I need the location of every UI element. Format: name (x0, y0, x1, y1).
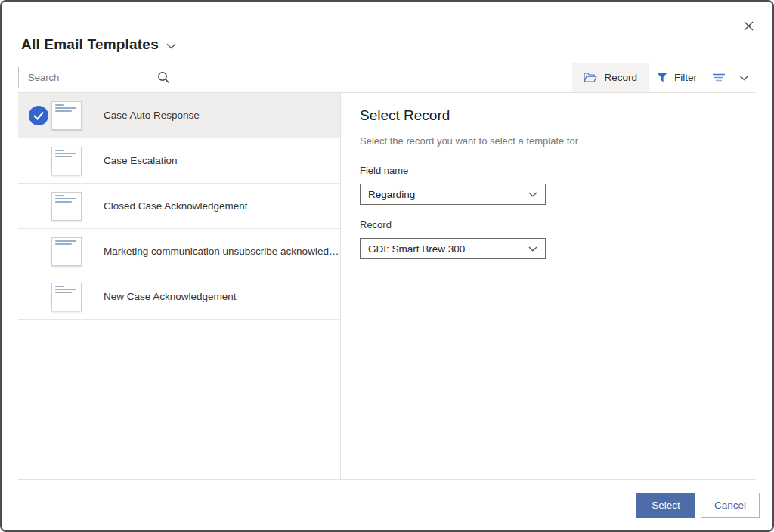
filter-icon (657, 73, 667, 82)
page-title: All Email Templates (21, 36, 159, 53)
email-template-icon (51, 147, 82, 175)
panel-divider (340, 93, 341, 479)
check-placeholder (29, 287, 48, 307)
field-name-value: Regarding (368, 189, 415, 200)
footer-divider (18, 479, 756, 480)
email-template-icon (51, 237, 82, 266)
filter-label: Filter (674, 72, 697, 83)
filter-button[interactable]: Filter (649, 63, 705, 92)
check-placeholder (29, 196, 48, 216)
select-record-panel: Select Record Select the record you want… (360, 107, 587, 259)
close-icon (744, 21, 754, 31)
field-name-label: Field name (360, 165, 587, 177)
list-item-new-case-acknowledgement[interactable]: New Case Acknowledgement (18, 274, 340, 320)
email-template-icon (51, 101, 82, 130)
list-item-label: Case Auto Response (104, 110, 200, 121)
list-item-label: New Case Acknowledgement (104, 291, 237, 302)
more-views-button[interactable] (732, 63, 756, 92)
record-label: Record (360, 219, 587, 231)
list-item-marketing-unsubscribe[interactable]: Marketing communication unsubscribe ackn… (18, 229, 340, 274)
view-selector[interactable]: All Email Templates (21, 35, 176, 54)
search-box (18, 66, 175, 88)
list-item-closed-case-acknowledgement[interactable]: Closed Case Acknowledgement (18, 184, 340, 229)
record-value: GDI: Smart Brew 300 (368, 243, 465, 255)
chevron-down-icon (528, 246, 537, 252)
list-item-label: Marketing communication unsubscribe ackn… (104, 246, 340, 257)
list-item-label: Closed Case Acknowledgement (104, 200, 248, 212)
chevron-down-icon (739, 75, 749, 81)
list-item-case-escalation[interactable]: Case Escalation (18, 138, 340, 184)
check-placeholder (29, 151, 48, 171)
email-template-icon (51, 283, 82, 311)
dialog-toolbar: Record Filter (572, 63, 756, 92)
select-template-dialog: All Email Templates Record Filter (0, 0, 774, 532)
view-options-button[interactable] (705, 63, 732, 92)
record-dropdown[interactable]: GDI: Smart Brew 300 (360, 238, 546, 259)
cancel-button[interactable]: Cancel (701, 493, 760, 518)
panel-subtitle: Select the record you want to select a t… (360, 135, 587, 147)
panel-heading: Select Record (360, 107, 587, 124)
record-tab-button[interactable]: Record (572, 63, 649, 92)
search-icon[interactable] (152, 71, 175, 84)
record-tab-label: Record (604, 72, 637, 83)
folder-open-icon (584, 73, 597, 83)
sort-lines-icon (712, 73, 726, 82)
field-name-dropdown[interactable]: Regarding (360, 184, 546, 205)
list-item-case-auto-response[interactable]: Case Auto Response (18, 93, 340, 138)
list-item-label: Case Escalation (104, 155, 178, 166)
select-button[interactable]: Select (636, 493, 695, 518)
check-circle-icon (29, 106, 48, 125)
chevron-down-icon (528, 192, 537, 197)
template-list: Case Auto Response Case Escalation Close… (18, 93, 340, 320)
close-button[interactable] (740, 17, 757, 34)
chevron-down-icon (166, 43, 176, 49)
check-placeholder (29, 242, 48, 261)
email-template-icon (51, 192, 82, 221)
search-input[interactable] (19, 67, 152, 88)
